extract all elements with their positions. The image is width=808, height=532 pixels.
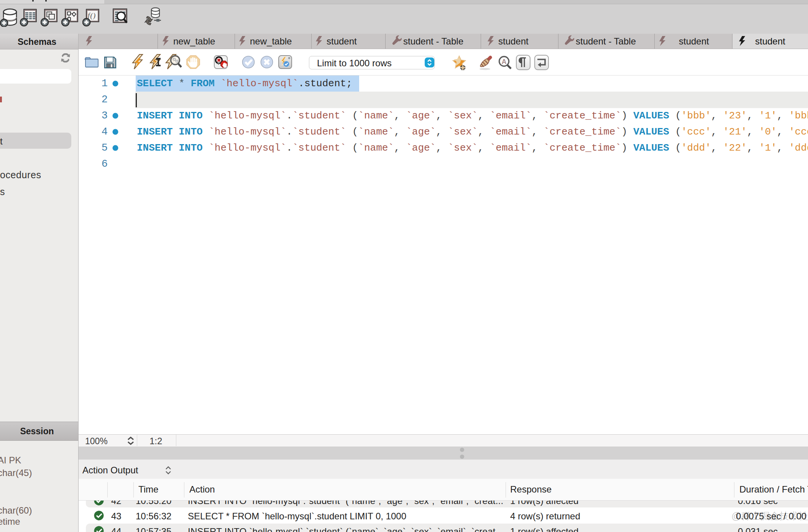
svg-text:A: A	[502, 58, 507, 66]
